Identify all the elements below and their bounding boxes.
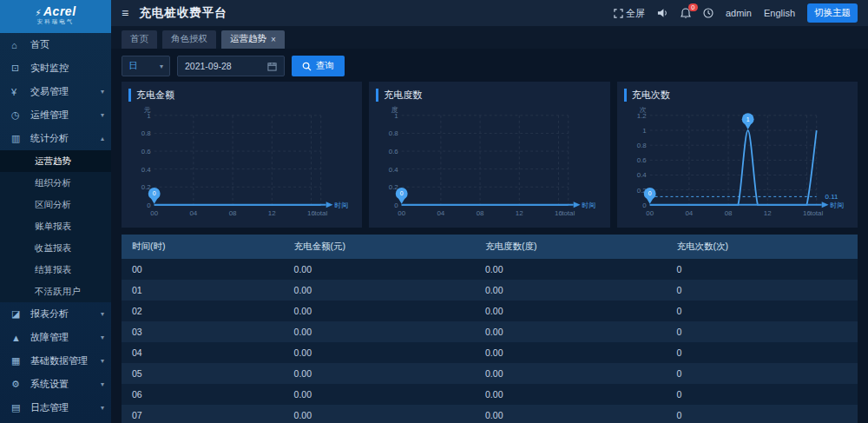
svg-text:08: 08 — [229, 209, 237, 217]
sidebar-item-1[interactable]: ⌂首页 — [0, 33, 111, 56]
statistics-icon: ▥ — [11, 133, 25, 144]
table-cell: 0.00 — [475, 280, 666, 301]
logo: Acrel 安科瑞电气 — [0, 0, 111, 33]
chart-title: 充电度数 — [376, 89, 602, 102]
query-button[interactable]: 查询 — [292, 56, 345, 76]
svg-text:12: 12 — [268, 209, 276, 217]
column-header: 充电次数(次) — [667, 235, 858, 259]
table-cell: 00 — [122, 259, 284, 280]
submenu-item-6[interactable]: 结算报表 — [0, 259, 111, 281]
table-cell: 0.00 — [475, 384, 666, 405]
tab-close-icon[interactable]: × — [271, 35, 276, 44]
sidebar-item-label: 运维管理 — [30, 109, 69, 122]
table-cell: 0.00 — [284, 321, 475, 342]
table-cell: 0.00 — [475, 259, 666, 280]
svg-text:0.2: 0.2 — [141, 183, 151, 191]
chart-card-3: 充电次数00.20.40.60.811.20004081216total次0.1… — [617, 82, 858, 228]
notification-badge: 0 — [688, 3, 698, 12]
tab-bar: 首页角色授权运营趋势× — [111, 26, 868, 49]
svg-text:0.2: 0.2 — [389, 183, 398, 191]
table-cell: 0.00 — [475, 363, 666, 384]
submenu-item-7[interactable]: 不活跃用户 — [0, 281, 111, 302]
svg-text:total: total — [562, 209, 575, 217]
menu-toggle-icon[interactable]: ≡ — [122, 6, 128, 20]
table-cell: 0.00 — [284, 301, 475, 321]
table-cell: 01 — [122, 280, 284, 301]
sidebar-item-5[interactable]: ▥统计分析▴ — [0, 127, 111, 150]
monitor-icon: ⊡ — [11, 63, 25, 74]
svg-text:0.8: 0.8 — [636, 142, 647, 149]
sidebar-item-label: 故障管理 — [30, 331, 69, 344]
calendar-icon — [267, 62, 277, 71]
svg-text:度: 度 — [391, 106, 398, 114]
database-icon: ▦ — [11, 355, 25, 367]
table-cell: 0 — [667, 384, 858, 405]
sidebar-item-7[interactable]: ▲故障管理▾ — [0, 326, 111, 349]
date-value: 2021-09-28 — [185, 61, 232, 71]
submenu-item-5[interactable]: 收益报表 — [0, 237, 111, 259]
page-title: 充电桩收费平台 — [139, 5, 227, 21]
sidebar-item-label: 实时监控 — [30, 62, 69, 75]
sidebar-item-9[interactable]: ⚙系统设置▾ — [0, 373, 111, 396]
table-cell: 02 — [122, 301, 284, 321]
sidebar-item-4[interactable]: ◷运维管理▾ — [0, 103, 111, 127]
table-row: 000.000.000 — [122, 259, 858, 280]
table-cell: 0.00 — [284, 384, 475, 405]
column-header: 充电度数(度) — [475, 235, 666, 259]
submenu-item-3[interactable]: 区间分析 — [0, 194, 111, 215]
svg-text:时间: 时间 — [335, 202, 349, 209]
sidebar-item-label: 日志管理 — [30, 401, 69, 414]
content-area: 日 ▾ 2021-09-28 查询 充电金额00.20.40.60.810004… — [111, 49, 868, 423]
svg-text:04: 04 — [189, 209, 197, 217]
query-label: 查询 — [316, 60, 334, 72]
sidebar-item-10[interactable]: ▤日志管理▾ — [0, 396, 111, 420]
speaker-icon[interactable] — [657, 8, 668, 18]
sidebar-item-2[interactable]: ⊡实时监控 — [0, 56, 111, 80]
language-switch[interactable]: English — [764, 8, 795, 18]
svg-text:0.4: 0.4 — [389, 166, 399, 174]
table-row: 050.000.000 — [122, 363, 858, 384]
app-header: ≡ 充电桩收费平台 全屏 0 — [111, 0, 868, 26]
sidebar-submenu: 运营趋势组织分析区间分析账单报表收益报表结算报表不活跃用户 — [0, 150, 111, 302]
transaction-icon: ¥ — [11, 87, 25, 97]
svg-text:0.6: 0.6 — [636, 156, 647, 164]
notification-bell[interactable]: 0 — [681, 8, 691, 19]
svg-text:00: 00 — [398, 209, 406, 217]
granularity-select[interactable]: 日 ▾ — [122, 56, 170, 76]
tab-3[interactable]: 运营趋势× — [221, 30, 285, 49]
clock-icon[interactable] — [703, 8, 713, 18]
svg-text:0: 0 — [400, 190, 404, 196]
table-cell: 0 — [667, 280, 858, 301]
sidebar-item-6[interactable]: ◪报表分析▾ — [0, 302, 111, 326]
date-input[interactable]: 2021-09-28 — [177, 56, 285, 76]
submenu-item-1[interactable]: 运营趋势 — [0, 150, 111, 172]
chevron-down-icon: ▾ — [101, 310, 104, 318]
username[interactable]: admin — [726, 8, 752, 18]
log-icon: ▤ — [11, 402, 25, 413]
theme-switch-button[interactable]: 切换主题 — [807, 3, 858, 23]
tab-1[interactable]: 首页 — [122, 30, 157, 49]
sidebar-menu: ⌂首页⊡实时监控¥交易管理▾◷运维管理▾▥统计分析▴运营趋势组织分析区间分析账单… — [0, 33, 111, 420]
svg-text:00: 00 — [150, 209, 158, 217]
table-cell: 04 — [122, 342, 284, 363]
fullscreen-button[interactable]: 全屏 — [614, 7, 645, 20]
sidebar-item-label: 统计分析 — [30, 132, 69, 145]
brand-name: Acrel — [0, 4, 111, 18]
svg-text:08: 08 — [477, 209, 484, 217]
table-cell: 0.00 — [475, 321, 666, 342]
tab-2[interactable]: 角色授权 — [162, 30, 216, 49]
svg-text:0.6: 0.6 — [141, 148, 152, 155]
line-chart: 00.20.40.60.811.20004081216total次0.11时间0… — [624, 103, 851, 224]
svg-text:04: 04 — [437, 209, 445, 217]
table-cell: 07 — [122, 405, 284, 423]
table-cell: 0 — [667, 301, 858, 321]
chart-title: 充电金额 — [128, 89, 355, 102]
sidebar-item-8[interactable]: ▦基础数据管理▾ — [0, 349, 111, 373]
table-cell: 06 — [122, 384, 284, 405]
table-cell: 03 — [122, 321, 284, 342]
submenu-item-2[interactable]: 组织分析 — [0, 172, 111, 194]
table-row: 040.000.000 — [122, 342, 858, 363]
submenu-item-4[interactable]: 账单报表 — [0, 215, 111, 237]
sidebar-item-3[interactable]: ¥交易管理▾ — [0, 80, 111, 103]
settings-icon: ⚙ — [11, 379, 25, 390]
